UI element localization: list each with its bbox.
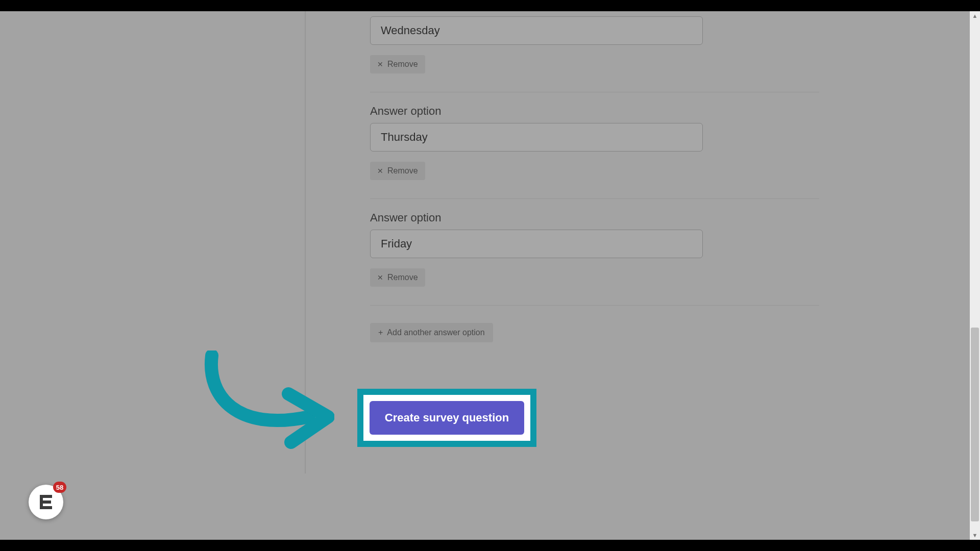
help-widget-button[interactable]: 58 bbox=[29, 485, 63, 519]
plus-icon: + bbox=[378, 328, 383, 337]
widget-notification-badge: 58 bbox=[53, 482, 66, 493]
letterbox-bottom bbox=[0, 540, 980, 551]
answer-option-block: Answer option ✕ Remove bbox=[370, 211, 819, 306]
tutorial-highlight-frame: Create survey question bbox=[357, 389, 536, 447]
answer-option-input[interactable] bbox=[370, 16, 703, 45]
remove-label: Remove bbox=[387, 60, 418, 69]
survey-options-form: ✕ Remove Answer option ✕ Remove Answer o… bbox=[370, 11, 819, 363]
answer-option-input[interactable] bbox=[370, 123, 703, 152]
tutorial-arrow-icon bbox=[202, 350, 334, 453]
close-icon: ✕ bbox=[377, 61, 383, 68]
remove-option-button[interactable]: ✕ Remove bbox=[370, 55, 425, 73]
close-icon: ✕ bbox=[377, 167, 383, 174]
remove-label: Remove bbox=[387, 273, 418, 282]
app-stage: ✕ Remove Answer option ✕ Remove Answer o… bbox=[0, 11, 980, 540]
create-survey-question-button[interactable]: Create survey question bbox=[370, 401, 524, 435]
remove-option-button[interactable]: ✕ Remove bbox=[370, 162, 425, 180]
answer-option-block: ✕ Remove bbox=[370, 11, 819, 92]
answer-option-label: Answer option bbox=[370, 211, 819, 224]
scroll-up-arrow-icon[interactable]: ▲ bbox=[970, 11, 980, 20]
letterbox-top bbox=[0, 0, 980, 11]
vertical-scrollbar[interactable]: ▲ ▼ bbox=[970, 11, 980, 540]
scroll-down-arrow-icon[interactable]: ▼ bbox=[970, 531, 980, 540]
answer-option-block: Answer option ✕ Remove bbox=[370, 105, 819, 199]
answer-option-label: Answer option bbox=[370, 105, 819, 118]
add-answer-option-label: Add another answer option bbox=[387, 328, 484, 337]
close-icon: ✕ bbox=[377, 274, 383, 281]
answer-option-input[interactable] bbox=[370, 230, 703, 258]
widget-logo-icon bbox=[36, 492, 56, 512]
remove-option-button[interactable]: ✕ Remove bbox=[370, 268, 425, 287]
add-answer-option-button[interactable]: + Add another answer option bbox=[370, 323, 493, 342]
remove-label: Remove bbox=[387, 166, 418, 176]
scroll-thumb[interactable] bbox=[971, 328, 979, 521]
